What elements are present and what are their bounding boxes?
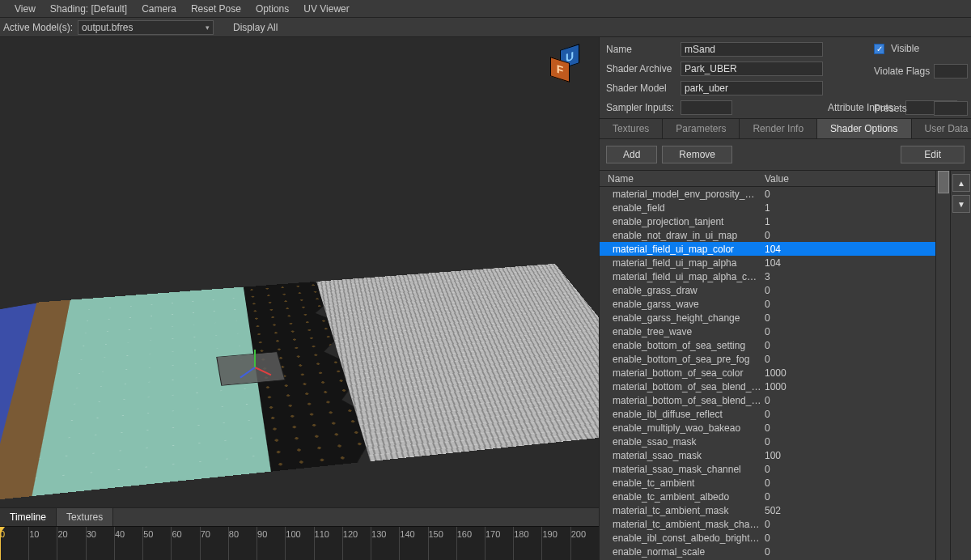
cell-value: 0 [761, 299, 935, 310]
table-row[interactable]: material_bottom_of_sea_color1000 [600, 366, 935, 380]
panel-tab-parameters[interactable]: Parameters [663, 119, 740, 138]
column-name[interactable]: Name [600, 171, 761, 186]
cell-name: material_model_env_porosity_mask_cha... [600, 189, 761, 200]
timeline-tick: 160 [456, 527, 485, 560]
tab-textures[interactable]: Textures [57, 508, 113, 526]
timeline-tick: 200 [570, 527, 599, 560]
menu-shading[interactable]: Shading: [Default] [50, 3, 127, 15]
table-row[interactable]: material_bottom_of_sea_blend_channel0 [600, 393, 935, 407]
cell-name: material_tc_ambient_mask_channel [600, 519, 761, 530]
move-up-button[interactable]: ▲ [952, 174, 970, 192]
panel-tab-textures[interactable]: Textures [600, 119, 663, 138]
timeline-tabs: Timeline Textures [0, 507, 599, 526]
table-row[interactable]: material_ssao_mask_channel0 [600, 462, 935, 476]
table-row[interactable]: enable_bottom_of_sea_pre_fog0 [600, 352, 935, 366]
table-row[interactable]: material_ssao_mask100 [600, 448, 935, 462]
cell-value: 0 [761, 285, 935, 296]
cell-name: enable_bottom_of_sea_pre_fog [600, 354, 761, 365]
cell-name: enable_field [600, 202, 761, 214]
visible-checkbox[interactable]: ✓ [874, 44, 884, 54]
properties-panel: ✓ Visible Violate Flags Presets Name Sha… [599, 37, 971, 560]
cell-name: enable_ibl_diffuse_reflect [600, 409, 761, 420]
table-row[interactable]: enable_bottom_of_sea_setting0 [600, 338, 935, 352]
transform-gizmo[interactable] [243, 346, 267, 371]
table-row[interactable]: enable_ibl_diffuse_reflect0 [600, 407, 935, 421]
name-field[interactable] [681, 42, 823, 57]
timeline-tick: 10 [28, 527, 57, 560]
table-row[interactable]: enable_garss_wave0 [600, 297, 935, 311]
shader-model-field[interactable] [681, 81, 823, 95]
timeline-tick: 60 [171, 527, 199, 560]
remove-button[interactable]: Remove [662, 146, 732, 163]
vertical-scrollbar[interactable] [935, 171, 950, 560]
3d-viewport[interactable]: U F [0, 37, 599, 507]
column-value[interactable]: Value [761, 171, 935, 186]
tab-timeline[interactable]: Timeline [0, 508, 57, 526]
cell-value: 0 [761, 532, 935, 544]
shader-model-label: Shader Model [606, 83, 676, 94]
table-row[interactable]: enable_grass_draw0 [600, 283, 935, 297]
name-label: Name [606, 44, 676, 55]
timeline-tick: 30 [86, 527, 114, 560]
move-down-button[interactable]: ▼ [952, 195, 970, 213]
table-row[interactable]: enable_tree_wave0 [600, 325, 935, 338]
panel-tabs: TexturesParametersRender InfoShader Opti… [600, 118, 971, 139]
shader-options-table[interactable]: Name Value material_model_env_porosity_m… [600, 171, 935, 560]
presets-field[interactable] [934, 101, 968, 116]
menu-reset-pose[interactable]: Reset Pose [191, 3, 241, 15]
table-row[interactable]: material_model_env_porosity_mask_cha...0 [600, 187, 935, 201]
table-row[interactable]: material_tc_ambient_mask_channel0 [600, 517, 935, 531]
table-row[interactable]: material_tc_ambient_mask502 [600, 503, 935, 517]
cell-name: enable_grass_draw [600, 285, 761, 296]
scrollbar-thumb[interactable] [938, 171, 949, 193]
table-row[interactable]: enable_field1 [600, 201, 935, 214]
cell-value: 0 [761, 189, 935, 200]
display-all-button[interactable]: Display All [233, 22, 278, 33]
sampler-inputs-field[interactable] [681, 100, 732, 115]
table-row[interactable]: enable_tc_ambient_albedo0 [600, 490, 935, 503]
panel-tab-shader-options[interactable]: Shader Options [817, 119, 911, 138]
timeline-tick: 110 [314, 527, 342, 560]
violate-flags-label: Violate Flags [874, 66, 931, 77]
panel-tab-user-data[interactable]: User Data [912, 119, 972, 138]
cell-name: material_ssao_mask_channel [600, 464, 761, 475]
table-row[interactable]: enable_tc_ambient0 [600, 476, 935, 490]
table-row[interactable]: enable_projection_tanjent1 [600, 214, 935, 228]
panel-tab-render-info[interactable]: Render Info [740, 119, 817, 138]
table-row[interactable]: enable_not_draw_in_ui_map0 [600, 228, 935, 242]
add-button[interactable]: Add [606, 146, 657, 163]
cell-name: enable_projection_tanjent [600, 216, 761, 227]
menubar: View Shading: [Default] Camera Reset Pos… [0, 0, 971, 18]
active-models-label: Active Model(s): [3, 22, 73, 33]
cell-name: material_field_ui_map_alpha_channel [600, 271, 761, 282]
table-row[interactable]: enable_ssao_mask0 [600, 435, 935, 448]
cell-value: 1 [761, 202, 935, 214]
timeline[interactable]: 0102030405060708090100110120130140150160… [0, 526, 599, 560]
timeline-tick: 150 [428, 527, 456, 560]
table-row[interactable]: enable_garss_height_change0 [600, 311, 935, 325]
menu-camera[interactable]: Camera [142, 3, 176, 15]
action-row: Add Remove Edit [600, 139, 971, 170]
table-row[interactable]: material_field_ui_map_alpha_channel3 [600, 269, 935, 283]
table-row[interactable]: material_field_ui_map_alpha104 [600, 256, 935, 269]
orientation-gizmo[interactable]: U F [549, 47, 584, 83]
timeline-tick: 50 [142, 527, 171, 560]
table-row[interactable]: enable_multiply_wao_bakeao0 [600, 421, 935, 435]
menu-options[interactable]: Options [256, 3, 289, 15]
menu-view[interactable]: View [15, 3, 36, 15]
cell-name: material_tc_ambient_mask [600, 505, 761, 516]
cell-value: 104 [761, 257, 935, 269]
table-row[interactable]: enable_ibl_const_albedo_brightness0 [600, 531, 935, 545]
cell-value: 0 [761, 340, 935, 351]
menu-uv-viewer[interactable]: UV Viewer [303, 3, 349, 15]
table-row[interactable]: material_bottom_of_sea_blend_param1000 [600, 380, 935, 393]
table-row[interactable]: enable_normal_scale0 [600, 545, 935, 558]
active-models-combo[interactable]: output.bfres ▾ [78, 20, 214, 35]
timeline-tick: 20 [57, 527, 85, 560]
violate-flags-field[interactable] [934, 64, 968, 78]
edit-button[interactable]: Edit [901, 146, 965, 163]
table-row[interactable]: material_field_ui_map_color104 [600, 242, 935, 256]
timeline-playhead[interactable] [0, 527, 1, 560]
shader-archive-field[interactable] [681, 62, 823, 76]
cell-value: 0 [761, 422, 935, 434]
